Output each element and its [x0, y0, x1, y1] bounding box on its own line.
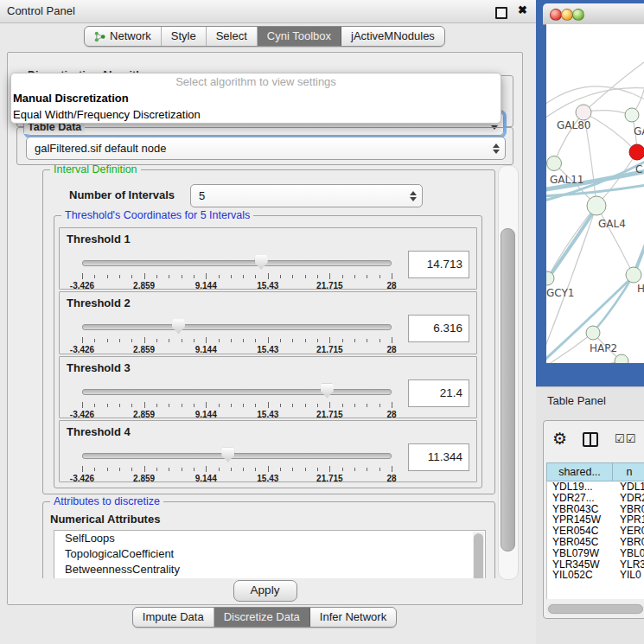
table-panel-area: Table Panel ⚙ ☑☑ shared... n YDL19...YDL…	[536, 386, 644, 644]
slider-track[interactable]	[82, 260, 392, 266]
table-row[interactable]: YPR145WYPR1	[547, 514, 644, 526]
cyni-toolbox-panel: Discretization Algorithm Table Data galF…	[7, 52, 523, 605]
network-canvas[interactable]: GAL80GACGAL11GAL4GCY1HHAP2	[546, 24, 644, 363]
slider-track[interactable]	[82, 453, 392, 459]
threshold-slider[interactable]: -3.4262.8599.14415.4321.71528	[82, 254, 392, 290]
cell-shared-name: YIL052C	[547, 570, 612, 581]
tab-discretize-data[interactable]: Discretize Data	[214, 608, 310, 627]
mac-close-button[interactable]	[550, 9, 562, 21]
tab-cyni-toolbox[interactable]: Cyni Toolbox	[258, 27, 341, 46]
node-label: GAL80	[557, 119, 590, 131]
scrollbar-thumb[interactable]	[501, 228, 515, 552]
mac-minimize-button[interactable]	[561, 9, 573, 21]
network-node-h[interactable]	[626, 267, 641, 283]
threshold-value-field[interactable]: 6.316	[408, 315, 469, 342]
mac-zoom-button[interactable]	[572, 9, 584, 21]
number-of-intervals-combobox[interactable]: 5	[190, 184, 423, 207]
attribute-items: SelfLoopsTopologicalCoefficientBetweenne…	[54, 531, 485, 577]
tab-network[interactable]: Network	[85, 27, 162, 46]
tab-style[interactable]: Style	[162, 27, 207, 46]
node-label: GCY1	[546, 287, 574, 299]
slider-thumb[interactable]	[172, 319, 185, 334]
network-node-ga[interactable]	[625, 108, 639, 122]
slider-track[interactable]	[82, 389, 392, 395]
slider-tick-labels: -3.4262.8599.14415.4321.71528	[82, 410, 392, 420]
table-panel: ⚙ ☑☑ shared... n YDL19...YDL1YDR27...YDR…	[543, 420, 644, 619]
network-node-gal11[interactable]	[547, 156, 562, 171]
threshold-value-field[interactable]: 11.344	[408, 443, 469, 471]
network-edge-thick[interactable]	[595, 275, 634, 330]
tab-select[interactable]: Select	[207, 27, 258, 46]
slider-thumb[interactable]	[221, 448, 234, 462]
network-window-titlebar	[543, 3, 644, 25]
float-window-icon[interactable]	[495, 7, 507, 19]
network-node-hap2[interactable]	[586, 326, 600, 340]
table-data-combobox[interactable]: galFiltered.sif default node	[26, 137, 506, 160]
table-row[interactable]: YDL19...YDL1	[547, 481, 644, 493]
tab-jactivemnodules[interactable]: jActiveMNodules	[341, 27, 444, 46]
combo-arrows-icon	[410, 185, 417, 207]
tab-infer-network[interactable]: Infer Network	[310, 608, 396, 627]
settings-scroll-area: Interval Definition Number of Intervals …	[13, 165, 499, 578]
table-row[interactable]: YER054CYER0	[547, 526, 644, 537]
attribute-item[interactable]: TopologicalCoefficient	[54, 546, 485, 562]
threshold-slider[interactable]: -3.4262.8599.14415.4321.71528	[82, 318, 392, 354]
scrollbar-thumb[interactable]	[474, 533, 483, 578]
checkbox-icons[interactable]: ☑☑	[615, 432, 636, 445]
numerical-attributes-list[interactable]: SelfLoopsTopologicalCoefficientBetweenne…	[54, 530, 486, 578]
number-of-intervals-label: Number of Intervals	[69, 188, 175, 201]
cell-shared-name: YLR345W	[547, 559, 612, 571]
cell-name: YBL0	[612, 548, 644, 559]
cell-shared-name: YER054C	[547, 526, 612, 537]
column-header-name[interactable]: n	[612, 462, 644, 481]
column-header-shared-name[interactable]: shared...	[546, 462, 612, 481]
close-icon[interactable]: ✖	[518, 3, 527, 16]
slider-track[interactable]	[82, 324, 392, 330]
cell-name: YPR1	[612, 514, 644, 526]
slider-ticks	[82, 273, 392, 280]
network-view-window: GAL80GACGAL11GAL4GCY1HHAP2	[536, 0, 644, 386]
cyni-bottom-tabs: Impute Data Discretize Data Infer Networ…	[0, 607, 529, 628]
threshold-slider[interactable]: -3.4262.8599.14415.4321.71528	[82, 383, 392, 419]
control-panel-tabs: Network Style Select Cyni Toolbox jActiv…	[0, 26, 529, 47]
table-row[interactable]: YDR27...YDR2	[547, 493, 644, 504]
scrollbar-thumb[interactable]	[548, 604, 643, 614]
apply-button[interactable]: Apply	[233, 580, 297, 602]
threshold-value-field[interactable]: 21.4	[408, 379, 469, 407]
table-row[interactable]: YBL079WYBL0	[547, 548, 644, 559]
popup-option-equal-width-frequency[interactable]: Equal Width/Frequency Discretization	[11, 106, 501, 123]
slider-thumb[interactable]	[321, 384, 334, 399]
settings-vertical-scrollbar[interactable]	[498, 165, 519, 580]
attribute-item[interactable]: SelfLoops	[54, 531, 485, 546]
node-label: HAP2	[590, 342, 617, 354]
network-edge[interactable]	[546, 86, 644, 107]
network-node-gal80[interactable]	[576, 105, 591, 120]
cell-shared-name: YBL079W	[547, 548, 612, 559]
network-graph: GAL80GACGAL11GAL4GCY1HHAP2	[546, 24, 644, 363]
table-horizontal-scrollbar[interactable]	[546, 603, 644, 615]
tab-label: Discretize Data	[224, 610, 300, 624]
table-row[interactable]: YLR345WYLR3	[547, 559, 644, 571]
network-edge[interactable]	[596, 206, 634, 275]
gear-icon[interactable]: ⚙	[552, 429, 567, 449]
network-node-gal4[interactable]	[587, 196, 606, 215]
network-node-c[interactable]	[629, 144, 644, 160]
table-row[interactable]: YBR045CYBR0	[547, 537, 644, 548]
tab-impute-data[interactable]: Impute Data	[133, 608, 214, 627]
attributes-scrollbar[interactable]	[473, 532, 484, 578]
slider-ticks	[82, 466, 392, 473]
table-row[interactable]: YIL052CYIL0	[547, 570, 644, 581]
columns-icon[interactable]	[583, 432, 598, 447]
threshold-slider[interactable]: -3.4262.8599.14415.4321.71528	[82, 447, 392, 483]
slider-thumb[interactable]	[255, 255, 268, 270]
attribute-item[interactable]: BetweennessCentrality	[54, 562, 485, 577]
network-node[interactable]	[615, 354, 628, 363]
threshold-row: Threshold 2 -3.4262.8599.14415.4321.7152…	[59, 291, 477, 354]
table-row[interactable]: YBR043CYBR0	[547, 504, 644, 515]
slider-ticks	[82, 337, 392, 344]
threshold-value-field[interactable]: 14.713	[408, 251, 469, 278]
popup-option-manual-discretization[interactable]: Manual Discretization	[11, 90, 501, 106]
cell-name: YER0	[612, 526, 644, 537]
table-panel-title: Table Panel	[547, 394, 606, 407]
network-edge[interactable]	[546, 361, 622, 363]
